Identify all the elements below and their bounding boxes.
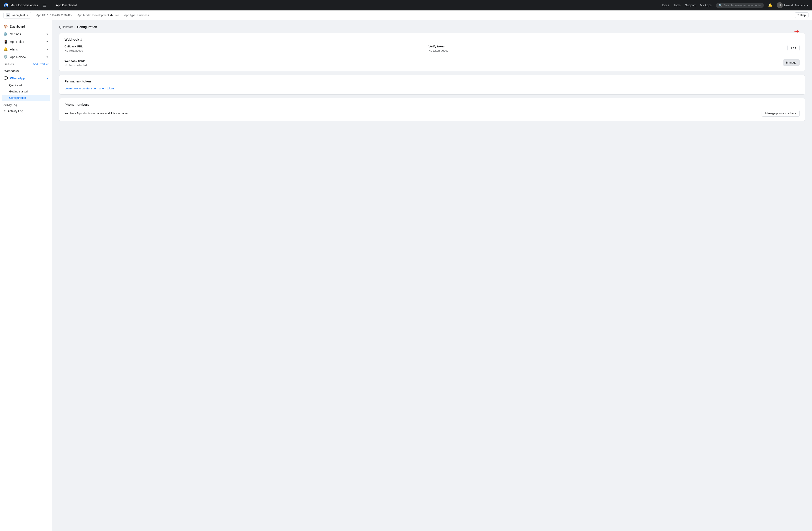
- webhook-fields-value: No fields selected: [64, 64, 779, 67]
- whatsapp-chevron-icon: ▲: [46, 77, 48, 80]
- list-icon: ≡: [3, 109, 5, 113]
- hamburger-icon[interactable]: ☰: [43, 3, 46, 8]
- products-row: Products Add Product: [0, 61, 52, 67]
- add-product-link[interactable]: Add Product: [33, 62, 48, 66]
- app-selector-name: waba_test: [12, 13, 25, 17]
- breadcrumb-quickstart[interactable]: Quickstart: [59, 25, 73, 29]
- sub-nav-info: App ID: 1611524002634427 App Mode: Devel…: [36, 13, 149, 17]
- user-name: Hussain Nagaria: [784, 4, 805, 7]
- sidebar-sub-item-getting-started[interactable]: Getting started: [0, 88, 52, 95]
- sidebar-item-app-roles[interactable]: 📱 App Roles ▼: [0, 38, 52, 45]
- app-type-label: App type:: [124, 13, 136, 17]
- sidebar-item-whatsapp[interactable]: 💬 WhatsApp ▲: [0, 74, 52, 82]
- info-icon[interactable]: ℹ: [81, 38, 82, 41]
- shield-icon: 🛡️: [3, 55, 8, 59]
- app-mode-label: App Mode:: [77, 13, 91, 17]
- app-selector-icon: W: [6, 13, 10, 17]
- app-id-label: App ID:: [36, 13, 46, 17]
- verify-token-label: Verify token: [429, 45, 784, 48]
- home-icon: 🏠: [3, 24, 8, 28]
- settings-chevron-icon: ▼: [46, 33, 48, 36]
- nav-link-tools[interactable]: Tools: [673, 3, 681, 7]
- sidebar-sub-item-configuration[interactable]: Configuration: [2, 95, 50, 101]
- webhook-edit-action: Edit: [787, 45, 800, 51]
- phone-text-middle: production numbers and: [79, 112, 111, 115]
- app-mode-info: App Mode: Development Live: [77, 13, 119, 17]
- webhook-fields-row: Webhook fields No fields selected Manage: [64, 59, 800, 67]
- phone-numbers-row: You have 0 production numbers and 1 test…: [64, 110, 800, 116]
- webhooks-label: Webhooks: [3, 69, 48, 73]
- avatar: H: [777, 2, 783, 8]
- breadcrumb: Quickstart › Configuration: [59, 25, 805, 29]
- breadcrumb-current: Configuration: [77, 25, 97, 29]
- search-input[interactable]: [724, 4, 761, 7]
- sidebar-item-alerts[interactable]: 🔔 Alerts ▼: [0, 45, 52, 53]
- dashboard-label: Dashboard: [10, 25, 48, 28]
- webhook-card: ↗ Webhook ℹ Callback URL No URL added Ve…: [59, 33, 805, 71]
- sidebar-item-dashboard[interactable]: 🏠 Dashboard: [0, 23, 52, 30]
- top-navigation: Meta for Developers ☰ | App Dashboard Do…: [0, 0, 812, 11]
- top-nav-links: Docs Tools Support My Apps 🔍 🔔 H Hussain…: [662, 2, 809, 8]
- breadcrumb-separator: ›: [74, 26, 75, 28]
- phone-numbers-title: Phone numbers: [64, 103, 89, 107]
- getting-started-sub-label: Getting started: [9, 90, 28, 93]
- manage-phone-numbers-button[interactable]: Manage phone numbers: [762, 110, 800, 116]
- app-selector[interactable]: W waba_test ▼: [3, 12, 31, 18]
- edit-button[interactable]: Edit: [787, 45, 800, 51]
- webhook-separator: [64, 56, 800, 56]
- app-roles-label: App Roles: [10, 40, 44, 43]
- webhook-fields-row-content: Webhook fields No fields selected: [64, 59, 779, 67]
- products-section-label: Products: [3, 62, 14, 66]
- app-type-info: App type: Business: [124, 13, 149, 17]
- mode-dot-icon: [111, 14, 113, 16]
- verify-token-field: Verify token No token added: [429, 45, 784, 52]
- sidebar-item-activity-log[interactable]: ≡ Activity Log: [0, 108, 52, 115]
- callback-url-field: Callback URL No URL added: [64, 45, 420, 52]
- main-content: Quickstart › Configuration ↗ Webhook ℹ C…: [52, 20, 812, 531]
- activity-log-section-label: Activity Log: [0, 101, 52, 108]
- search-box: 🔍: [716, 3, 764, 8]
- meta-logo: Meta for Developers: [3, 3, 38, 8]
- webhook-url-row: Callback URL No URL added Verify token N…: [64, 45, 800, 52]
- meta-logo-icon: [3, 3, 9, 8]
- phone-numbers-header: Phone numbers: [64, 103, 800, 107]
- nav-link-myapps[interactable]: My Apps: [700, 3, 712, 7]
- app-review-chevron-icon: ▼: [46, 56, 48, 58]
- webhook-fields-label: Webhook fields: [64, 59, 779, 62]
- search-icon: 🔍: [719, 4, 722, 7]
- phone-text-after: test number.: [112, 112, 128, 115]
- webhook-manage-action: Manage: [783, 59, 800, 66]
- bell-icon[interactable]: 🔔: [768, 3, 772, 8]
- bell-sidebar-icon: 🔔: [3, 47, 8, 51]
- whatsapp-icon: 💬: [3, 76, 8, 80]
- sub-navigation: W waba_test ▼ App ID: 1611524002634427 A…: [0, 11, 812, 20]
- webhook-url-content: Callback URL No URL added Verify token N…: [64, 45, 784, 52]
- callback-url-label: Callback URL: [64, 45, 420, 48]
- sidebar-item-settings[interactable]: ⚙️ Settings ▼: [0, 30, 52, 38]
- app-id-value: 1611524002634427: [47, 13, 72, 17]
- user-section[interactable]: H Hussain Nagaria ▼: [777, 2, 809, 8]
- permanent-token-link[interactable]: Learn how to create a permanent token: [64, 87, 114, 90]
- sidebar-sub-item-quickstart[interactable]: Quickstart: [0, 82, 52, 88]
- logo-text: Meta for Developers: [11, 3, 38, 7]
- help-label: Help: [800, 13, 806, 17]
- sidebar-item-webhooks[interactable]: Webhooks: [0, 67, 52, 74]
- app-dashboard-title: App Dashboard: [56, 3, 77, 7]
- webhook-fields-content: Callback URL No URL added Verify token N…: [64, 45, 784, 52]
- live-label: Live: [114, 13, 119, 17]
- webhook-title: Webhook: [64, 38, 79, 41]
- settings-label: Settings: [10, 32, 44, 36]
- app-type-value: Business: [137, 13, 149, 17]
- manage-webhook-button[interactable]: Manage: [783, 59, 800, 66]
- phone-numbers-card: Phone numbers You have 0 production numb…: [59, 98, 805, 121]
- verify-token-value: No token added: [429, 49, 784, 52]
- app-roles-chevron-icon: ▼: [46, 40, 48, 43]
- help-button[interactable]: ? Help: [795, 12, 809, 18]
- help-icon: ?: [797, 13, 799, 17]
- alerts-label: Alerts: [10, 48, 44, 51]
- production-count: 0: [77, 112, 78, 115]
- sidebar-item-app-review[interactable]: 🛡️ App Review ▼: [0, 53, 52, 61]
- nav-link-support[interactable]: Support: [685, 3, 696, 7]
- quickstart-sub-label: Quickstart: [9, 84, 22, 87]
- nav-link-docs[interactable]: Docs: [662, 3, 669, 7]
